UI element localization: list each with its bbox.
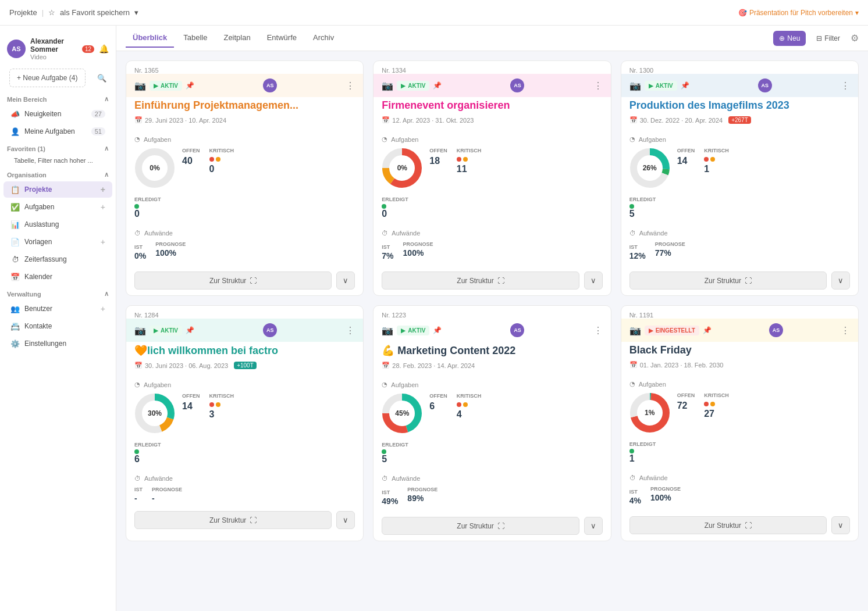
new-button[interactable]: ⊕ Neu xyxy=(773,31,806,46)
sidebar-item-projects[interactable]: 📋 Projekte + xyxy=(3,181,112,198)
tab-table[interactable]: Tabelle xyxy=(176,28,214,48)
sidebar-item-contacts[interactable]: 📇 Kontakte xyxy=(3,318,112,334)
add-task-icon[interactable]: + xyxy=(101,202,105,212)
add-user-icon[interactable]: + xyxy=(101,304,105,313)
projects-link[interactable]: Projekte xyxy=(9,8,37,17)
prognose-col: PROGNOSE 100% xyxy=(155,241,355,263)
structure-icon: ⛶ xyxy=(250,277,257,285)
structure-button[interactable]: Zur Struktur ⛶ xyxy=(382,271,579,290)
kritisch-col: KRITISCH 11 xyxy=(457,148,482,174)
kritisch-val: 4 xyxy=(457,409,482,420)
offen-val: 14 xyxy=(182,401,200,412)
expand-button[interactable]: ∨ xyxy=(336,271,355,290)
prognose-key: PROGNOSE xyxy=(155,241,355,247)
aufwaende-label: ⏱ Aufwände xyxy=(134,230,355,237)
erledigt-val: 0 xyxy=(134,209,140,219)
user-profile: AS Alexander Sommer Video 12 🔔 xyxy=(0,33,116,65)
favorites-header[interactable]: Favoriten (1) ∧ xyxy=(0,140,116,155)
add-project-icon[interactable]: + xyxy=(101,185,105,194)
ist-col: IST 12% xyxy=(629,244,646,260)
sidebar-item-news[interactable]: 📣 Neuigkeiten 27 xyxy=(3,106,112,122)
card-body: ◔ Aufgaben 30% OFFEN 14 KRITISCH xyxy=(126,375,363,470)
offen-key: OFFEN xyxy=(429,393,447,399)
expand-button[interactable]: ∨ xyxy=(831,516,850,534)
card-footer: Zur Struktur ⛶ ∨ xyxy=(126,266,363,295)
admin-header[interactable]: Verwaltung ∧ xyxy=(0,285,116,300)
tab-timeline[interactable]: Zeitplan xyxy=(216,28,257,48)
more-icon[interactable]: ⋮ xyxy=(593,80,603,91)
kritisch-val: 1 xyxy=(704,164,729,174)
status-badge[interactable]: ▶ AKTIV xyxy=(397,81,429,91)
erledigt-val: 5 xyxy=(629,209,635,219)
more-icon[interactable]: ⋮ xyxy=(346,80,355,91)
structure-button[interactable]: Zur Struktur ⛶ xyxy=(629,271,827,290)
card-header: 📷 ▶ AKTIV 📌 AS ⋮ xyxy=(373,74,610,97)
expand-button[interactable]: ∨ xyxy=(584,271,603,290)
expand-button[interactable]: ∨ xyxy=(831,271,850,290)
my-area-header[interactable]: Mein Bereich ∧ xyxy=(0,91,116,105)
card-header: 📷 ▶ AKTIV 📌 AS ⋮ xyxy=(621,74,858,97)
new-task-button[interactable]: + Neue Aufgabe (4) xyxy=(9,69,86,87)
aufwaende-label: ⏱ Aufwände xyxy=(629,230,850,237)
status-badge[interactable]: ▶ EINGESTELLT xyxy=(645,326,699,335)
erledigt-dots xyxy=(382,449,602,454)
donut-label: 0% xyxy=(397,164,407,172)
kritisch-key: KRITISCH xyxy=(457,393,482,399)
play-icon: ▶ xyxy=(401,83,405,89)
status-badge[interactable]: ▶ AKTIV xyxy=(397,326,429,335)
sidebar-item-workload[interactable]: 📊 Auslastung xyxy=(3,216,112,233)
more-icon[interactable]: ⋮ xyxy=(346,325,355,336)
sidebar-item-my-tasks[interactable]: 👤 Meine Aufgaben 51 xyxy=(3,123,112,140)
filter-button[interactable]: ⊟ Filter xyxy=(810,31,846,46)
project-card: Nr. 1300 📷 ▶ AKTIV 📌 AS ⋮ Produktion des… xyxy=(621,60,859,296)
bell-icon[interactable]: 🔔 xyxy=(99,44,109,53)
tab-drafts[interactable]: Entwürfe xyxy=(260,28,304,48)
sidebar-item-settings[interactable]: ⚙️ Einstellungen xyxy=(3,335,112,352)
settings-icon: ⚙️ xyxy=(10,339,20,348)
donut-label: 1% xyxy=(645,409,654,417)
erledigt-dots xyxy=(629,204,850,209)
pitch-label[interactable]: 🎯 Präsentation für Pitch vorbereiten ▾ xyxy=(738,9,859,17)
donut-chart: 30% xyxy=(134,393,175,434)
tab-overview[interactable]: Überblick xyxy=(126,28,174,48)
structure-button[interactable]: Zur Struktur ⛶ xyxy=(134,511,332,529)
sidebar: AS Alexander Sommer Video 12 🔔 + Neue Au… xyxy=(0,26,116,611)
project-avatar: AS xyxy=(758,78,772,92)
search-button[interactable]: 🔍 xyxy=(93,70,111,86)
sidebar-item-templates[interactable]: 📄 Vorlagen + xyxy=(3,234,112,250)
project-type-icon: 📷 xyxy=(629,80,641,91)
pin-icon: 📌 xyxy=(703,326,712,334)
card-date: 📅 29. Juni 2023 · 10. Apr. 2024 xyxy=(126,116,363,130)
project-card: Nr. 1223 📷 ▶ AKTIV 📌 AS ⋮ 💪 Marketing Co… xyxy=(373,305,611,541)
status-badge[interactable]: ▶ AKTIV xyxy=(150,81,182,91)
more-icon[interactable]: ⋮ xyxy=(841,325,850,336)
status-badge[interactable]: ▶ AKTIV xyxy=(645,81,677,91)
sidebar-item-users[interactable]: 👥 Benutzer + xyxy=(3,301,112,317)
sidebar-item-tasks[interactable]: ✅ Aufgaben + xyxy=(3,199,112,215)
structure-button[interactable]: Zur Struktur ⛶ xyxy=(629,516,827,534)
erledigt-dots xyxy=(134,204,355,209)
aufwaende-label: ⏱ Aufwände xyxy=(382,475,602,482)
offen-col: OFFEN 6 xyxy=(429,393,447,420)
sidebar-item-time[interactable]: ⏱ Zeiterfassung xyxy=(3,251,112,267)
top-bar: Projekte | ☆ als Favorit speichern ▾ 🎯 P… xyxy=(0,0,868,26)
sidebar-item-calendar[interactable]: 📅 Kalender xyxy=(3,269,112,285)
users-icon: 👥 xyxy=(10,304,20,313)
structure-button[interactable]: Zur Struktur ⛶ xyxy=(134,271,332,290)
effort-row: IST 12% PROGNOSE 77% xyxy=(629,241,850,263)
status-badge[interactable]: ▶ AKTIV xyxy=(150,326,182,335)
add-template-icon[interactable]: + xyxy=(101,237,105,246)
offen-col: OFFEN 14 xyxy=(677,148,695,174)
structure-button[interactable]: Zur Struktur ⛶ xyxy=(382,517,579,535)
tab-archive[interactable]: Archiv xyxy=(306,28,341,48)
more-icon[interactable]: ⋮ xyxy=(841,80,850,91)
expand-button[interactable]: ∨ xyxy=(336,511,355,529)
org-header[interactable]: Organisation ∧ xyxy=(0,166,116,181)
favorite-item[interactable]: Tabelle, Filter nach hoher ... xyxy=(0,155,116,166)
kritisch-dots xyxy=(704,402,729,406)
expand-button[interactable]: ∨ xyxy=(584,517,603,535)
view-settings-icon[interactable]: ⚙ xyxy=(851,33,859,44)
favorite-label[interactable]: als Favorit speichern xyxy=(60,8,130,17)
dot-green xyxy=(382,204,386,209)
more-icon[interactable]: ⋮ xyxy=(593,325,603,336)
